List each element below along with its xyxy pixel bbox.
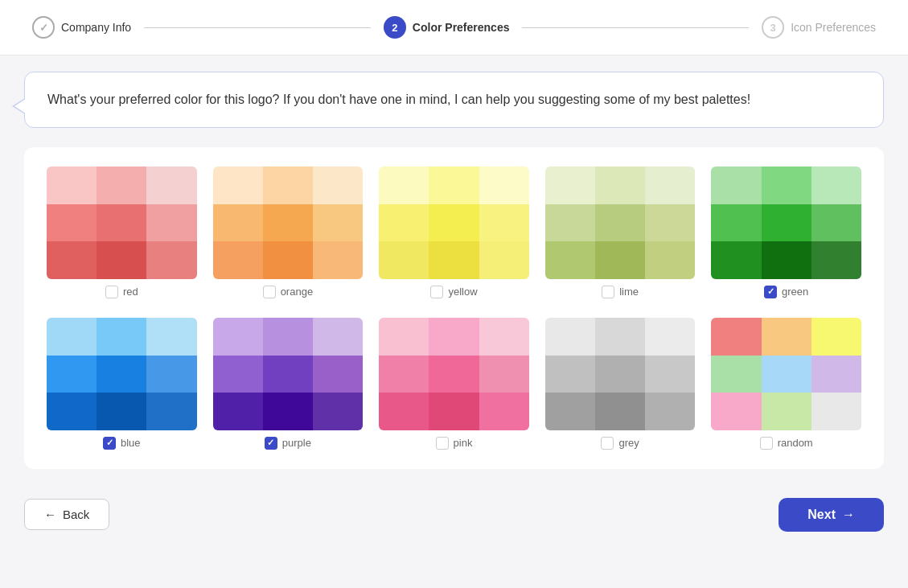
- color-swatch: [545, 393, 595, 430]
- color-swatch: [811, 167, 861, 204]
- color-label-row-red: red: [105, 286, 138, 298]
- color-name-grey: grey: [618, 437, 639, 449]
- back-button[interactable]: ← Back: [24, 499, 109, 530]
- color-label-row-orange: orange: [263, 286, 313, 298]
- color-swatch: [97, 167, 146, 204]
- color-item-lime: lime: [545, 167, 696, 298]
- color-checkbox-red[interactable]: [105, 286, 118, 298]
- color-swatch: [379, 204, 429, 242]
- color-checkbox-blue[interactable]: [103, 437, 116, 450]
- color-swatch: [47, 393, 97, 430]
- color-swatch: [479, 241, 529, 279]
- color-swatch: [379, 167, 429, 204]
- color-swatch: [263, 204, 313, 242]
- color-swatch: [711, 356, 761, 393]
- color-swatch: [645, 241, 695, 279]
- color-name-pink: pink: [454, 437, 473, 449]
- color-checkbox-lime[interactable]: [602, 286, 614, 298]
- color-rows: redorangeyellowlimegreen bluepurplepinkg…: [47, 167, 861, 450]
- color-swatch: [711, 393, 761, 430]
- back-arrow-icon: ←: [44, 508, 56, 521]
- color-row-1: redorangeyellowlimegreen: [47, 167, 861, 298]
- color-item-green: green: [711, 167, 861, 298]
- step-circle-company-info: ✓: [32, 16, 55, 39]
- color-swatch: [97, 204, 146, 242]
- color-item-pink: pink: [379, 318, 529, 450]
- next-button[interactable]: Next →: [779, 498, 884, 532]
- color-swatch: [47, 241, 97, 279]
- color-swatch: [379, 356, 429, 393]
- color-swatch: [811, 241, 861, 279]
- step-line-1: [144, 27, 371, 28]
- color-checkbox-yellow[interactable]: [430, 286, 443, 298]
- color-swatch: [479, 393, 529, 430]
- step-color-preferences: 2 Color Preferences: [384, 16, 510, 39]
- color-palette-orange: [213, 167, 364, 279]
- color-palette-pink: [379, 318, 529, 430]
- step-circle-icon-preferences: 3: [762, 16, 784, 39]
- color-swatch: [379, 393, 429, 430]
- color-checkbox-pink[interactable]: [436, 437, 449, 450]
- color-swatch: [313, 167, 363, 204]
- step-line-2: [522, 27, 749, 28]
- color-swatch: [711, 241, 761, 279]
- color-palette-grey: [545, 318, 696, 430]
- color-swatch: [213, 167, 263, 204]
- color-checkbox-green[interactable]: [764, 286, 777, 298]
- color-swatch: [762, 318, 811, 356]
- color-swatch: [146, 318, 196, 356]
- color-swatch: [711, 318, 761, 356]
- color-swatch: [595, 204, 645, 242]
- color-swatch: [762, 241, 811, 279]
- color-swatch: [263, 393, 313, 430]
- color-name-red: red: [123, 286, 138, 298]
- color-label-row-pink: pink: [436, 437, 473, 450]
- color-swatch: [545, 356, 595, 393]
- color-swatch: [645, 393, 695, 430]
- color-swatch: [595, 393, 645, 430]
- color-swatch: [645, 167, 695, 204]
- color-swatch: [213, 356, 263, 393]
- color-checkbox-orange[interactable]: [263, 286, 276, 298]
- color-swatch: [263, 241, 313, 279]
- color-swatch: [811, 356, 861, 393]
- back-label: Back: [63, 508, 89, 521]
- color-swatch: [313, 356, 363, 393]
- color-swatch: [711, 204, 761, 242]
- color-label-row-yellow: yellow: [430, 286, 477, 298]
- speech-bubble: What's your preferred color for this log…: [24, 72, 884, 128]
- next-arrow-icon: →: [842, 508, 855, 522]
- color-swatch: [263, 356, 313, 393]
- color-swatch: [811, 204, 861, 242]
- color-swatch: [762, 393, 811, 430]
- color-swatch: [711, 167, 761, 204]
- color-label-row-green: green: [764, 286, 808, 298]
- color-name-lime: lime: [619, 286, 639, 298]
- color-palette-red: [47, 167, 197, 279]
- color-checkbox-grey[interactable]: [601, 437, 614, 450]
- color-label-row-grey: grey: [601, 437, 639, 450]
- color-swatch: [146, 356, 196, 393]
- color-label-row-lime: lime: [602, 286, 639, 298]
- color-swatch: [429, 356, 479, 393]
- color-item-yellow: yellow: [379, 167, 529, 298]
- bottom-nav: ← Back Next →: [0, 485, 908, 545]
- color-swatch: [213, 241, 263, 279]
- step-label-company-info: Company Info: [61, 21, 131, 34]
- color-palette-blue: [47, 318, 197, 430]
- color-swatch: [263, 167, 313, 204]
- color-label-row-random: random: [760, 437, 813, 450]
- color-swatch: [313, 393, 363, 430]
- color-swatch: [146, 204, 196, 242]
- color-swatch: [595, 356, 645, 393]
- color-label-row-purple: purple: [265, 437, 311, 450]
- color-checkbox-random[interactable]: [760, 437, 773, 450]
- color-name-random: random: [778, 437, 813, 449]
- color-checkbox-purple[interactable]: [265, 437, 277, 450]
- color-swatch: [429, 241, 479, 279]
- color-swatch: [313, 318, 363, 356]
- color-swatch: [97, 318, 146, 356]
- main-content: What's your preferred color for this log…: [0, 56, 908, 485]
- color-swatch: [47, 318, 97, 356]
- color-name-orange: orange: [281, 286, 313, 298]
